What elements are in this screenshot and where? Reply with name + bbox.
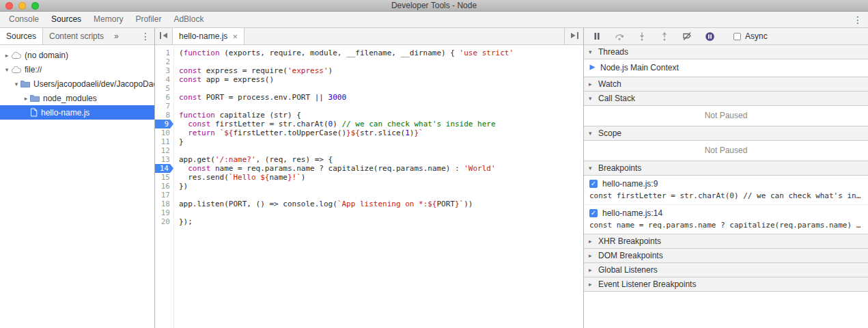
line-number-3[interactable]: 3 [155, 66, 173, 75]
code-line-10[interactable]: return `${firstLetter.toUpperCase()}${st… [179, 128, 583, 137]
close-tab-icon[interactable]: × [232, 32, 238, 41]
code-line-18[interactable]: app.listen(PORT, () => console.log(`App … [179, 200, 583, 208]
line-number-18[interactable]: 18 [155, 200, 173, 208]
editor-tab-hello-name-js[interactable]: hello-name.js × [173, 28, 244, 44]
breakpoint-checkbox[interactable] [589, 180, 598, 188]
code-line-14[interactable]: const name = req.params.name ? capitaliz… [179, 164, 583, 173]
section-header-watch[interactable]: ▸Watch [584, 77, 868, 92]
section-header-dom-breakpoints[interactable]: ▸DOM Breakpoints [584, 249, 868, 263]
disclosure-triangle-icon[interactable]: ▸ [22, 95, 30, 102]
disclosure-triangle-icon: ▾ [589, 165, 595, 172]
line-number-2[interactable]: 2 [155, 57, 173, 66]
pause-on-exceptions-button[interactable] [704, 31, 715, 42]
step-into-button[interactable] [636, 31, 647, 42]
disclosure-triangle-icon: ▾ [589, 130, 595, 137]
pause-button[interactable] [591, 31, 602, 42]
step-out-button[interactable] [659, 31, 670, 42]
code-line-8[interactable]: function capitalize (str) { [179, 111, 583, 120]
tool-tabs: ConsoleSourcesMemoryProfilerAdBlock [3, 12, 210, 27]
window-titlebar: Developer Tools - Node [0, 0, 868, 12]
line-number-12[interactable]: 12 [155, 146, 173, 155]
line-number-10[interactable]: 10 [155, 128, 173, 137]
line-number-16[interactable]: 16 [155, 182, 173, 191]
navigator-tab-content-scripts[interactable]: Content scripts [43, 28, 110, 44]
scope-content: Not Paused [584, 141, 868, 161]
zoom-window-button[interactable] [31, 2, 39, 10]
show-drawer-button[interactable] [564, 28, 583, 44]
code-line-20[interactable]: }); [179, 217, 583, 226]
more-tabs-icon[interactable]: » [110, 31, 123, 41]
tree-item-node-modules[interactable]: ▸node_modules [0, 91, 154, 105]
line-number-13[interactable]: 13 [155, 155, 173, 164]
code-line-19[interactable] [179, 208, 583, 217]
close-window-button[interactable] [5, 2, 13, 10]
step-over-button[interactable] [614, 31, 625, 42]
section-header-breakpoints[interactable]: ▾Breakpoints [584, 161, 868, 176]
code-line-9[interactable]: const firstLetter = str.charAt(0) // we … [179, 120, 583, 128]
breakpoint-marker-line-9[interactable]: 9 [155, 120, 173, 128]
section-header-event-listener-breakpoints[interactable]: ▸Event Listener Breakpoints [584, 277, 868, 292]
tree-item-no-domain[interactable]: ▸(no domain) [0, 48, 154, 62]
section-header-global-listeners[interactable]: ▸Global Listeners [584, 263, 868, 277]
code-editor[interactable]: 1234567891011121314151617181920 (functio… [155, 45, 583, 328]
main-tab-adblock[interactable]: AdBlock [167, 12, 210, 27]
line-number-1[interactable]: 1 [155, 49, 173, 57]
tree-item-users-jacopodaeli-dev-jacopodaeli[interactable]: ▾Users/jacopodaeli/dev/JacopoDaeli [0, 77, 154, 91]
main-tab-memory[interactable]: Memory [87, 12, 129, 27]
section-header-threads[interactable]: ▾Threads [584, 45, 868, 59]
disclosure-triangle-icon[interactable]: ▸ [3, 52, 11, 59]
breakpoint-row: hello-name.js:9 [589, 179, 863, 189]
navigator-tab-sources[interactable]: Sources [0, 28, 43, 44]
line-number-5[interactable]: 5 [155, 84, 173, 93]
code-line-5[interactable] [179, 84, 583, 93]
line-number-19[interactable]: 19 [155, 208, 173, 217]
code-line-12[interactable] [179, 146, 583, 155]
code-line-4[interactable]: const app = express() [179, 75, 583, 84]
line-number-7[interactable]: 7 [155, 102, 173, 111]
navigator-menu-icon[interactable]: ⋮ [141, 31, 150, 41]
source-code[interactable]: (function (exports, require, module, __f… [174, 45, 583, 328]
code-line-17[interactable] [179, 191, 583, 200]
main-menu-icon[interactable]: ⋮ [853, 15, 863, 25]
minimize-window-button[interactable] [18, 2, 26, 10]
code-line-6[interactable]: const PORT = process.env.PORT || 3000 [179, 93, 583, 102]
async-checkbox[interactable] [733, 33, 741, 40]
main-tab-profiler[interactable]: Profiler [129, 12, 167, 27]
code-line-3[interactable]: const express = require('express') [179, 66, 583, 75]
code-line-16[interactable]: }) [179, 182, 583, 191]
code-line-13[interactable]: app.get('/:name?', (req, res) => { [179, 155, 583, 164]
breakpoint-entry[interactable]: hello-name.js:14const name = req.params.… [584, 204, 868, 234]
main-tab-sources[interactable]: Sources [45, 12, 87, 27]
section-header-xhr-breakpoints[interactable]: ▸XHR Breakpoints [584, 234, 868, 249]
section-global-listeners: ▸Global Listeners [584, 263, 868, 277]
line-number-11[interactable]: 11 [155, 137, 173, 146]
breakpoint-checkbox[interactable] [589, 209, 598, 217]
code-line-2[interactable] [179, 57, 583, 66]
tree-item-file[interactable]: ▾file:// [0, 62, 154, 77]
line-number-17[interactable]: 17 [155, 191, 173, 200]
thread-item-node-js-main-context[interactable]: Node.js Main Context [584, 59, 868, 77]
code-line-15[interactable]: res.send(`Hello ${name}!`) [179, 173, 583, 182]
deactivate-breakpoints-button[interactable] [682, 31, 692, 42]
disclosure-triangle-icon[interactable]: ▾ [12, 81, 20, 87]
disclosure-triangle-icon[interactable]: ▾ [3, 66, 11, 73]
line-number-20[interactable]: 20 [155, 217, 173, 226]
line-number-6[interactable]: 6 [155, 93, 173, 102]
code-line-7[interactable] [179, 102, 583, 111]
section-threads: ▾ThreadsNode.js Main Context [584, 45, 868, 77]
code-line-1[interactable]: (function (exports, require, module, __f… [179, 49, 583, 57]
section-dom-breakpoints: ▸DOM Breakpoints [584, 249, 868, 263]
section-header-scope[interactable]: ▾Scope [584, 126, 868, 141]
line-number-4[interactable]: 4 [155, 75, 173, 84]
scope-status: Not Paused [584, 141, 868, 161]
hide-navigator-button[interactable] [155, 28, 173, 44]
line-number-gutter[interactable]: 1234567891011121314151617181920 [155, 45, 174, 328]
breakpoint-marker-line-14[interactable]: 14 [155, 164, 173, 173]
breakpoint-entry[interactable]: hello-name.js:9const firstLetter = str.c… [584, 176, 868, 204]
main-tab-console[interactable]: Console [3, 12, 45, 27]
section-header-call-stack[interactable]: ▾Call Stack [584, 92, 868, 106]
line-number-15[interactable]: 15 [155, 173, 173, 182]
code-line-11[interactable]: } [179, 137, 583, 146]
line-number-8[interactable]: 8 [155, 111, 173, 120]
tree-item-hello-name-js[interactable]: hello-name.js [0, 105, 154, 120]
